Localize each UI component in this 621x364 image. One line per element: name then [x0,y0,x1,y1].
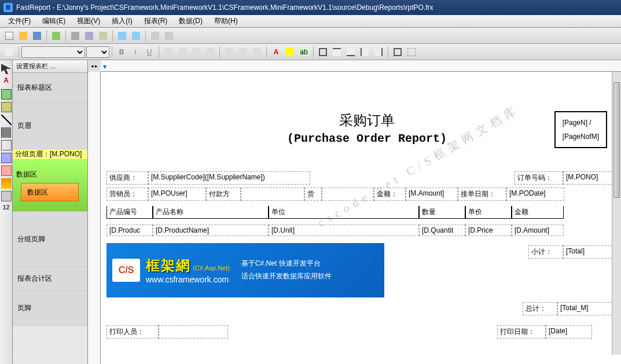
menu-file[interactable]: 文件(F) [2,15,36,27]
italic-button[interactable]: I [129,46,142,58]
scrollbar-vertical[interactable] [612,72,621,355]
band-group-header[interactable]: 分组页眉：[M.PONO] [13,149,87,160]
print-date-label[interactable]: 打印日期： [497,325,546,339]
band-page-footer[interactable]: 页脚 [13,291,87,326]
page-number-box[interactable]: [PageN] / [PageNofM] [554,111,607,148]
currency-label[interactable]: 货 [304,187,322,201]
shape-tool[interactable] [1,102,12,112]
subreport-tool[interactable] [1,191,12,201]
band-report-summary[interactable]: 报表合计区 [13,267,87,291]
supplier-val[interactable]: [M.SupplierCode]([M.SupplierName]) [148,171,310,185]
checkbox-tool[interactable] [1,140,12,150]
band-panel-header[interactable]: 设置报表栏 … [13,60,87,73]
td-unit[interactable]: [D.Unit] [269,225,419,236]
border-all-button[interactable] [391,46,404,58]
band-data-outer[interactable]: 数据区 数据区 [13,160,87,212]
band-data-inner[interactable]: 数据区 [21,183,79,201]
font-color-button[interactable]: A [270,46,282,58]
border-left-button[interactable] [358,46,371,58]
font-family-select[interactable] [21,46,85,58]
printer-label[interactable]: 打印人员： [106,325,159,339]
chart-tool[interactable] [1,178,12,189]
valign-top-button[interactable] [223,46,236,58]
page-tool[interactable]: 12 [1,204,12,214]
text-tool[interactable]: A [1,76,12,87]
band-page-header[interactable]: 页眉 [13,103,87,149]
bold-button[interactable]: B [115,46,128,58]
subtotal-label[interactable]: 小计： [528,245,563,259]
table-tool[interactable] [1,153,12,163]
table-data-row[interactable]: [D.Produc [D.ProductName] [D.Unit] [D.Qu… [106,225,616,236]
valign-middle-button[interactable] [237,46,249,58]
ruler-vertical[interactable] [88,72,101,364]
sales-label[interactable]: 营销员： [106,187,148,201]
barcode-tool[interactable] [1,127,12,138]
open-button[interactable] [17,30,30,42]
print-date-val[interactable]: [Date] [546,325,592,339]
group-button[interactable] [149,30,161,42]
font-size-select[interactable] [86,46,109,58]
menu-help[interactable]: 帮助(H) [208,15,244,27]
matrix-tool[interactable] [1,166,12,176]
po-val[interactable]: [M.PONO] [563,171,615,185]
pointer-tool[interactable] [1,64,12,74]
picture-tool[interactable] [1,89,12,100]
align-center-button[interactable] [176,46,189,58]
supplier-label[interactable]: 供应商： [106,171,148,185]
menu-edit[interactable]: 编辑(E) [36,15,71,27]
td-name[interactable]: [D.ProductName] [153,225,269,236]
copy-button[interactable] [83,30,95,42]
accept-date-val[interactable]: [M.PODate] [506,187,564,201]
ruler-horizontal[interactable]: ▾ [101,60,621,72]
po-label[interactable]: 订单号码： [515,171,563,185]
total-val[interactable]: [Total_M] [557,302,615,315]
report-title-cn[interactable]: 采购订单 [263,111,471,130]
band-group-footer[interactable]: 分组页脚 [13,212,87,267]
border-top-button[interactable] [330,46,343,58]
report-title-en[interactable]: (Purchase Order Report) [234,132,500,145]
th-unit: 单位 [269,206,419,219]
valign-bottom-button[interactable] [251,46,263,58]
border-button[interactable] [317,46,329,58]
subtotal-val[interactable]: [Total] [563,245,615,259]
new-button[interactable] [3,30,16,42]
border-none-button[interactable] [405,46,418,58]
menu-data[interactable]: 数据(D) [173,15,208,27]
highlight-button[interactable]: ab [297,46,310,58]
scroll-thumb[interactable] [613,82,620,198]
fill-color-button[interactable] [284,46,296,58]
menu-insert[interactable]: 插入(I) [106,15,138,27]
cut-button[interactable] [69,30,82,42]
save-button[interactable] [31,30,43,42]
td-price[interactable]: [D.Price [465,225,512,236]
amount-label[interactable]: 金额： [374,187,406,201]
total-label[interactable]: 总计： [523,302,557,315]
pay-label[interactable]: 付款方 [206,187,241,201]
td-amount[interactable]: [D.Amount] [512,225,564,236]
undo-button[interactable] [116,30,128,42]
border-bottom-button[interactable] [344,46,357,58]
ungroup-button[interactable] [163,30,175,42]
sales-val[interactable]: [M.POUser] [148,187,206,201]
td-qty[interactable]: [D.Quantit [419,225,465,236]
accept-date-label[interactable]: 接单日期： [458,187,506,201]
table-header[interactable]: 产品编号 产品名称 单位 数量 单价 金额 [106,206,616,219]
arrow-left-icon[interactable]: ◂ [91,63,94,69]
arrow-right-icon[interactable]: ▸ [95,63,98,69]
border-right-button[interactable] [372,46,385,58]
report-page[interactable]: cscode.net C/S框架网文档库 采购订单 (Purchase Orde… [101,72,621,364]
redo-button[interactable] [130,30,142,42]
amount-val[interactable]: [M.Amount] [406,187,458,201]
align-right-button[interactable] [190,46,203,58]
td-code[interactable]: [D.Produc [106,225,153,236]
band-report-title[interactable]: 报表标题区 [13,73,87,103]
underline-button[interactable]: U [143,46,156,58]
align-left-button[interactable] [162,46,175,58]
menu-report[interactable]: 报表(R) [138,15,174,27]
style-button[interactable] [3,46,16,58]
line-tool[interactable] [1,115,12,125]
paste-button[interactable] [97,30,109,42]
preview-button[interactable] [50,30,63,42]
menu-view[interactable]: 视图(V) [71,15,106,27]
align-justify-button[interactable] [204,46,216,58]
